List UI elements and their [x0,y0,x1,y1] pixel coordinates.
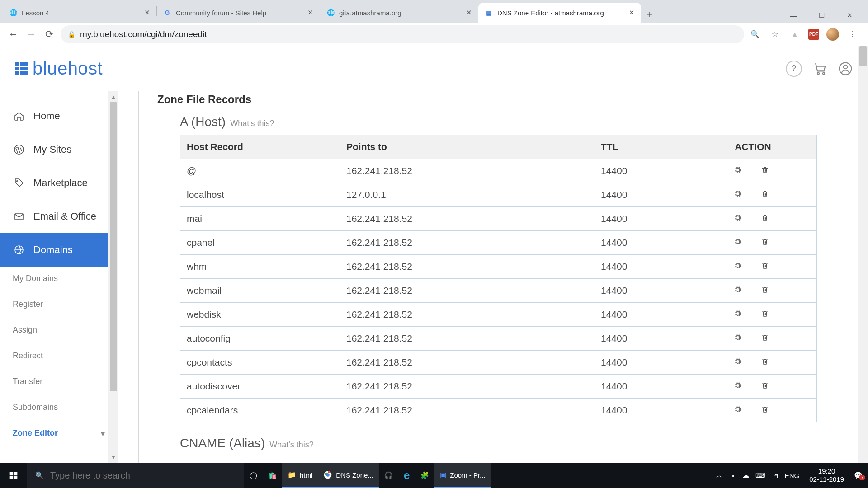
gear-icon[interactable] [734,214,745,222]
tab-dns-zone[interactable]: ▦ DNS Zone Editor - atmashrama.org ✕ [478,3,641,23]
gear-icon[interactable] [734,238,745,246]
tray-expand-icon[interactable]: ︿ [716,471,723,480]
notifications-button[interactable]: 💬7 [854,471,863,479]
back-button[interactable]: ← [6,28,20,41]
task-html-folder[interactable]: 📁html [282,463,318,488]
close-icon[interactable]: ✕ [144,9,150,17]
trash-icon[interactable] [761,262,773,270]
sidebar-item-home[interactable]: Home [0,99,118,133]
tag-icon [14,178,25,188]
drive-icon[interactable]: ▲ [788,28,801,41]
google-icon: G [163,9,171,17]
forward-button[interactable]: → [24,28,38,41]
bluehost-logo[interactable]: bluehost [15,58,103,79]
gear-icon[interactable] [734,405,745,413]
gear-icon[interactable] [734,310,745,318]
task-chrome[interactable]: DNS Zone... [318,463,379,488]
sidebar-scrollbar[interactable]: ▲ ▼ [108,91,118,463]
task-app2[interactable]: 🧩 [415,463,434,488]
menu-button[interactable]: ⋮ [846,28,859,41]
cell-action [689,351,817,375]
cloud-icon[interactable]: ☁ [742,471,749,479]
globe-icon: 🌐 [9,9,17,17]
subitem-subdomains[interactable]: Subdomains [13,400,118,415]
task-app1[interactable]: 🎧 [379,463,398,488]
wifi-icon[interactable]: ⫘ [729,472,736,479]
close-window-button[interactable]: ✕ [838,8,861,23]
trash-icon[interactable] [761,381,773,389]
gear-icon[interactable] [734,262,745,270]
store-button[interactable]: 🛍️ [263,463,282,488]
new-tab-button[interactable]: ＋ [641,5,658,23]
whats-this-link[interactable]: What's this? [230,119,274,128]
cell-host: localhost [180,183,340,207]
search-icon: 🔍 [35,471,44,479]
sidebar-item-email[interactable]: Email & Office [0,200,118,233]
subitem-register[interactable]: Register [13,297,118,312]
display-icon[interactable]: 🖥 [772,472,778,479]
gear-icon[interactable] [734,286,745,294]
close-icon[interactable]: ✕ [307,9,313,17]
table-row: autodiscover162.241.218.5214400 [180,375,817,399]
scroll-thumb[interactable] [110,102,117,391]
tab-community[interactable]: G Community forum - Sites Help ✕ [157,3,320,23]
trash-icon[interactable] [761,357,773,366]
reload-button[interactable]: ⟳ [42,28,56,41]
gear-icon[interactable] [734,381,745,389]
task-zoom[interactable]: ▣Zoom - Pr... [434,463,491,488]
subitem-mydomains[interactable]: My Domains [13,271,118,286]
cell-host: autodiscover [180,375,340,399]
profile-avatar[interactable] [826,28,839,41]
task-edge[interactable]: e [398,463,415,488]
user-icon[interactable] [838,61,853,76]
maximize-button[interactable]: ☐ [810,8,833,23]
start-button[interactable] [0,463,27,488]
subitem-assign[interactable]: Assign [13,323,118,338]
cortana-button[interactable]: ◯ [244,463,263,488]
scroll-thumb[interactable] [859,46,867,66]
trash-icon[interactable] [761,333,773,342]
help-button[interactable]: ? [786,61,802,77]
scroll-up-icon[interactable]: ▲ [108,91,118,102]
subitem-zone-editor[interactable]: Zone Editor ▾ [13,426,118,441]
search-input[interactable] [50,470,236,481]
subitem-transfer[interactable]: Transfer [13,374,118,389]
cell-host: mail [180,207,340,231]
tab-gita[interactable]: 🌐 gita.atmashrama.org ✕ [320,3,478,23]
language-indicator[interactable]: ENG [785,472,800,479]
trash-icon[interactable] [761,310,773,318]
cell-host: whm [180,255,340,279]
trash-icon[interactable] [761,405,773,413]
sidebar-item-mysites[interactable]: My Sites [0,133,118,166]
keyboard-icon[interactable]: ⌨ [755,471,765,479]
trash-icon[interactable] [761,214,773,222]
sidebar-item-marketplace[interactable]: Marketplace [0,166,118,200]
pdf-extension-icon[interactable]: PDF [808,29,819,40]
gear-icon[interactable] [734,333,745,342]
minimize-button[interactable]: — [782,8,805,23]
trash-icon[interactable] [761,286,773,294]
trash-icon[interactable] [761,238,773,246]
gear-icon[interactable] [734,166,745,174]
zoom-icon[interactable]: 🔍 [749,28,761,41]
close-icon[interactable]: ✕ [629,9,635,17]
clock[interactable]: 19:20 02-11-2019 [806,467,848,483]
cell-points: 162.241.218.52 [340,255,594,279]
close-icon[interactable]: ✕ [466,9,472,17]
gear-icon[interactable] [734,190,745,198]
cart-icon[interactable] [813,61,827,76]
omnibox[interactable]: 🔒 my.bluehost.com/cgi/dm/zoneedit [61,25,744,43]
scroll-down-icon[interactable]: ▼ [108,452,118,463]
subitem-redirect[interactable]: Redirect [13,348,118,363]
wordpress-icon [14,144,25,155]
gear-icon[interactable] [734,357,745,366]
whats-this-link[interactable]: What's this? [269,440,313,450]
trash-icon[interactable] [761,190,773,198]
sidebar: ▲ ▼ Home My Sites Marketplace [0,91,118,463]
bookmark-icon[interactable]: ☆ [769,28,781,41]
domain-icon [14,244,25,255]
sidebar-item-domains[interactable]: Domains [0,233,118,267]
trash-icon[interactable] [761,166,773,174]
tab-lesson4[interactable]: 🌐 Lesson 4 ✕ [3,3,156,23]
taskbar-search[interactable]: 🔍 [27,463,244,488]
